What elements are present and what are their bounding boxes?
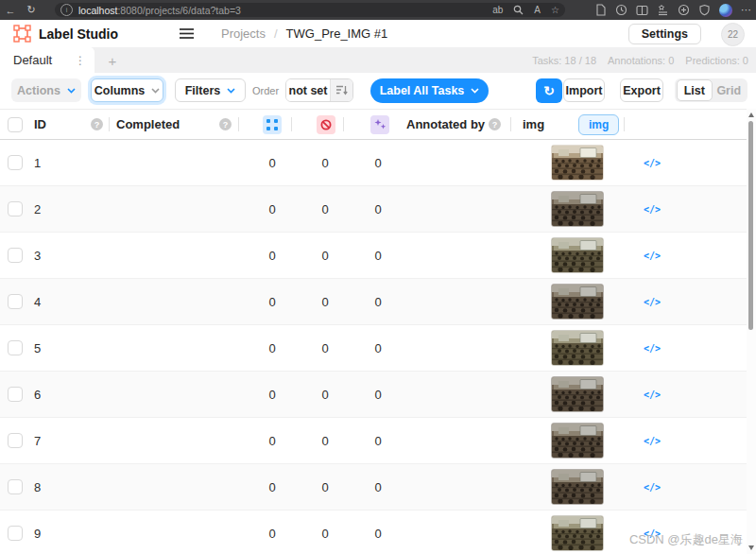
- label-all-tasks-button[interactable]: Label All Tasks: [370, 78, 489, 103]
- table-row[interactable]: 2 0 0 0: [0, 186, 756, 233]
- zoom-icon[interactable]: [513, 5, 524, 15]
- favorites-star-icon[interactable]: ☆: [551, 5, 559, 15]
- table-row[interactable]: 7 0 0 0: [0, 418, 756, 464]
- label-studio-logo-icon[interactable]: [13, 25, 31, 43]
- browser-back-icon[interactable]: ←: [0, 5, 21, 16]
- breadcrumb-projects-link[interactable]: Projects: [221, 26, 266, 41]
- task-image-thumbnail[interactable]: [551, 186, 604, 232]
- tab-options-kebab-icon[interactable]: ⋮: [75, 54, 86, 67]
- row-checkbox[interactable]: [8, 279, 23, 324]
- annotations-count: 0: [246, 511, 299, 554]
- view-list-button[interactable]: List: [677, 79, 713, 101]
- view-grid-button[interactable]: Grid: [713, 80, 747, 100]
- row-checkbox[interactable]: [8, 325, 23, 371]
- add-tab-button[interactable]: +: [104, 52, 121, 69]
- order-control[interactable]: not set: [285, 78, 353, 102]
- task-source-icon[interactable]: </>: [639, 325, 665, 371]
- cancelled-icon: [320, 119, 332, 130]
- menu-hamburger-icon[interactable]: [179, 27, 195, 40]
- sort-direction-button[interactable]: [330, 79, 352, 101]
- task-source-icon[interactable]: </>: [639, 418, 665, 463]
- task-image-thumbnail[interactable]: [551, 372, 604, 417]
- select-all-checkbox[interactable]: [8, 110, 23, 139]
- table-row[interactable]: 8 0 0 0: [0, 464, 756, 511]
- page-icon[interactable]: [595, 4, 607, 16]
- breadcrumb: Projects / TWG_Pre_IMG #1: [221, 26, 387, 41]
- columns-dropdown[interactable]: Columns: [91, 78, 163, 102]
- row-checkbox[interactable]: [8, 511, 23, 554]
- task-image-thumbnail[interactable]: [551, 325, 604, 371]
- row-id: 5: [34, 325, 41, 371]
- view-toggle: List Grid: [675, 78, 747, 102]
- cancelled-count: 0: [299, 140, 352, 185]
- import-button[interactable]: Import: [563, 78, 605, 102]
- task-image-thumbnail[interactable]: [551, 140, 604, 185]
- stat-tasks: Tasks: 18 / 18: [532, 55, 596, 66]
- label-all-tasks-label: Label All Tasks: [380, 84, 465, 97]
- chevron-down-icon: [151, 88, 160, 94]
- task-source-icon[interactable]: </>: [639, 186, 665, 232]
- task-image-thumbnail[interactable]: [551, 279, 604, 324]
- task-image-thumbnail[interactable]: [551, 464, 604, 510]
- watermark: CSDN @乐趣de星海: [629, 531, 743, 548]
- task-image-thumbnail[interactable]: [551, 418, 604, 463]
- column-header-cancelled[interactable]: [317, 110, 335, 139]
- column-header-annotations[interactable]: [263, 110, 282, 139]
- row-checkbox[interactable]: [8, 233, 23, 278]
- add-collection-icon[interactable]: [678, 4, 690, 16]
- task-source-icon[interactable]: </>: [639, 279, 665, 324]
- column-header-predictions[interactable]: [370, 110, 389, 139]
- font-size-icon[interactable]: A: [534, 5, 541, 15]
- export-button[interactable]: Export: [620, 78, 663, 102]
- collections-icon[interactable]: [657, 5, 669, 16]
- site-info-icon[interactable]: i: [60, 4, 73, 16]
- help-icon[interactable]: ?: [489, 110, 501, 139]
- row-checkbox[interactable]: [8, 186, 23, 232]
- task-image-thumbnail[interactable]: [551, 233, 604, 278]
- column-header-id[interactable]: ID: [34, 110, 46, 139]
- column-header-img[interactable]: img: [523, 110, 544, 139]
- table-row[interactable]: 4 0 0 0: [0, 279, 756, 325]
- browser-profile-avatar[interactable]: [719, 4, 732, 17]
- table-row[interactable]: 1 0 0 0: [0, 140, 756, 186]
- vertical-scrollbar[interactable]: [747, 109, 756, 554]
- filters-dropdown[interactable]: Filters: [175, 78, 246, 102]
- split-screen-icon[interactable]: [636, 5, 648, 16]
- scrollbar-thumb[interactable]: [748, 121, 753, 330]
- row-checkbox[interactable]: [8, 464, 23, 510]
- cancelled-count: 0: [299, 325, 352, 371]
- row-id: 3: [34, 233, 41, 278]
- settings-button[interactable]: Settings: [628, 24, 701, 44]
- column-header-annotated-by[interactable]: Annotated by: [406, 110, 485, 139]
- order-value[interactable]: not set: [286, 79, 330, 101]
- predictions-count: 0: [352, 140, 404, 185]
- table-row[interactable]: 6 0 0 0: [0, 372, 756, 418]
- table-row[interactable]: 5 0 0 0: [0, 325, 756, 372]
- scrollbar-down-arrow-icon[interactable]: [748, 545, 754, 550]
- row-checkbox[interactable]: [8, 372, 23, 417]
- actions-dropdown[interactable]: Actions: [11, 78, 81, 102]
- row-checkbox[interactable]: [8, 418, 23, 463]
- table-row[interactable]: 3 0 0 0: [0, 233, 756, 279]
- help-icon[interactable]: ?: [219, 110, 232, 139]
- user-avatar[interactable]: 22: [721, 23, 745, 46]
- img-type-badge[interactable]: img: [578, 110, 619, 139]
- browser-reload-icon[interactable]: ↻: [21, 4, 42, 16]
- tab-default[interactable]: Default ⋮: [0, 47, 94, 73]
- column-divider: [291, 117, 292, 131]
- task-image-thumbnail[interactable]: [551, 511, 604, 554]
- task-source-icon[interactable]: </>: [639, 233, 665, 278]
- task-source-icon[interactable]: </>: [639, 464, 665, 510]
- refresh-button[interactable]: ↻: [536, 78, 562, 103]
- task-source-icon[interactable]: </>: [639, 372, 665, 417]
- help-icon[interactable]: ?: [91, 110, 103, 139]
- read-aloud-icon[interactable]: ab: [492, 5, 503, 15]
- browser-menu-icon[interactable]: ⋯: [741, 4, 752, 16]
- task-source-icon[interactable]: </>: [639, 140, 665, 185]
- row-checkbox[interactable]: [8, 140, 23, 185]
- address-bar[interactable]: i localhost:8080/projects/6/data?tab=3 a…: [55, 3, 565, 17]
- column-header-completed[interactable]: Completed: [116, 110, 180, 139]
- scrollbar-up-arrow-icon[interactable]: [748, 113, 754, 117]
- browser-essentials-icon[interactable]: [698, 4, 711, 16]
- history-icon[interactable]: [615, 4, 627, 16]
